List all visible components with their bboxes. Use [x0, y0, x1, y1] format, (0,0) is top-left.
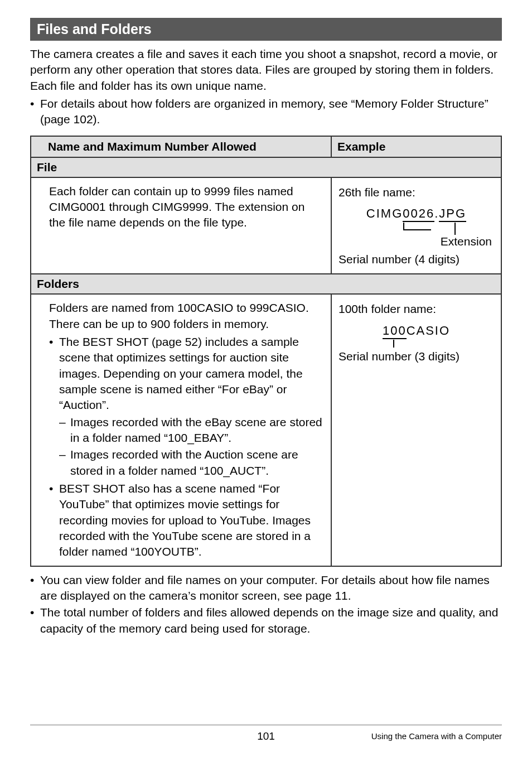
- footer-divider: [30, 724, 502, 726]
- bullet-dot-icon: •: [49, 334, 59, 413]
- folders-bullet1-text: The BEST SHOT (page 52) includes a sampl…: [59, 334, 324, 413]
- callout-line-icon: [454, 223, 456, 235]
- indent-spacer: [31, 177, 42, 274]
- folders-bullet2: • BEST SHOT also has a scene named “For …: [49, 481, 324, 560]
- page-footer: 101 Using the Camera with a Computer: [30, 724, 502, 742]
- table-header-row: Name and Maximum Number Allowed Example: [31, 136, 501, 157]
- footer-bullet2: • The total number of folders and files …: [30, 605, 502, 637]
- header-left: Name and Maximum Number Allowed: [42, 136, 331, 157]
- file-desc: Each folder can contain up to 9999 files…: [42, 177, 331, 274]
- file-example-cell: 26th file name: CIMG0026.JPG Extension S…: [331, 177, 501, 274]
- callout-line-icon: [403, 223, 404, 229]
- file-content-row: Each folder can contain up to 9999 files…: [31, 177, 501, 274]
- footer-caption: Using the Camera with a Computer: [371, 731, 502, 741]
- folders-sub2: – Images recorded with the Auction scene…: [49, 447, 324, 479]
- file-label-row: File: [31, 157, 501, 177]
- folders-bullet2-text: BEST SHOT also has a scene named “For Yo…: [59, 481, 324, 560]
- folders-sub2-text: Images recorded with the Auction scene a…: [70, 447, 324, 479]
- intro-bullet-text: For details about how folders are organi…: [40, 96, 502, 128]
- section-header: Files and Folders: [30, 18, 502, 41]
- header-spacer: [31, 136, 42, 157]
- indent-spacer: [31, 294, 42, 566]
- dash-icon: –: [59, 447, 70, 479]
- folders-desc-line2: There can be up to 900 folders in memory…: [49, 316, 324, 332]
- file-example-name: CIMG0026.JPG: [366, 206, 466, 222]
- folders-label-row: Folders: [31, 274, 501, 294]
- folders-sub1-text: Images recorded with the eBay scene are …: [70, 414, 324, 446]
- folders-desc-line1: Folders are named from 100CASIO to 999CA…: [49, 300, 324, 316]
- footer-bullets: • You can view folder and file names on …: [30, 572, 502, 637]
- folder-serial-label: Serial number (3 digits): [338, 348, 494, 365]
- file-label: File: [31, 157, 501, 177]
- bullet-dot-icon: •: [30, 96, 40, 128]
- bullet-dot-icon: •: [49, 481, 59, 560]
- intro-paragraph: The camera creates a file and saves it e…: [30, 46, 502, 94]
- folder-name-serial: 100: [383, 324, 407, 339]
- folders-content-row: Folders are named from 100CASIO to 999CA…: [31, 294, 501, 566]
- bullet-dot-icon: •: [30, 572, 40, 604]
- folder-example-title: 100th folder name:: [338, 300, 494, 318]
- bullet-dot-icon: •: [30, 605, 40, 637]
- folders-bullet1: • The BEST SHOT (page 52) includes a sam…: [49, 334, 324, 413]
- folder-name-suffix: CASIO: [407, 324, 450, 337]
- folders-label: Folders: [31, 274, 501, 294]
- footer-bullet1-text: You can view folder and file names on yo…: [40, 572, 502, 604]
- dash-icon: –: [59, 414, 70, 446]
- file-ext-label: Extension: [338, 233, 494, 250]
- callout-horiz-icon: [403, 229, 431, 230]
- folder-example-cell: 100th folder name: 100CASIO Serial numbe…: [331, 294, 501, 566]
- file-folder-table: Name and Maximum Number Allowed Example …: [30, 136, 502, 567]
- file-example-title: 26th file name:: [338, 184, 494, 201]
- file-name-prefix: CIMG: [366, 206, 403, 220]
- footer-bullet1: • You can view folder and file names on …: [30, 572, 502, 604]
- file-serial-label: Serial number (4 digits): [338, 250, 494, 268]
- folder-example-name: 100CASIO: [383, 324, 450, 339]
- folders-desc-cell: Folders are named from 100CASIO to 999CA…: [42, 294, 331, 566]
- folders-sub1: – Images recorded with the eBay scene ar…: [49, 414, 324, 446]
- file-name-ext: JPG: [439, 206, 466, 222]
- callout-line-icon: [393, 340, 394, 348]
- file-name-serial: 0026: [403, 206, 434, 222]
- header-right: Example: [331, 136, 501, 157]
- footer-bullet2-text: The total number of folders and files al…: [40, 605, 502, 637]
- page-number: 101: [257, 730, 275, 742]
- intro-bullet: • For details about how folders are orga…: [30, 96, 502, 128]
